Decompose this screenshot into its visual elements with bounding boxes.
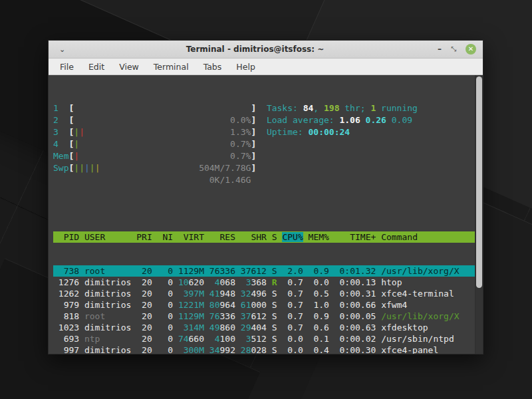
gap bbox=[204, 311, 209, 321]
meter-close-bracket: ] bbox=[251, 115, 256, 125]
process-row-1276[interactable]: 1276 dimitrios 20 0 10620 4068 3368 R 0.… bbox=[53, 277, 475, 288]
tasks-count: 84 bbox=[303, 103, 314, 113]
gap bbox=[204, 277, 209, 287]
mem-value-kb: 660 bbox=[189, 334, 204, 344]
process-row-979[interactable]: 979 dimitrios 20 0 1221M 80964 61000 S 0… bbox=[53, 299, 475, 311]
mem-value-kb: 992 bbox=[220, 345, 235, 354]
uptime-label: Uptime: bbox=[267, 127, 309, 137]
gap bbox=[267, 266, 272, 276]
header-cell-cmd[interactable]: Command bbox=[381, 232, 418, 242]
meter-open-bracket: [ bbox=[68, 127, 74, 137]
meter-1: 1 [0.0%] bbox=[53, 102, 261, 114]
cpu-memory-meters: 1 [0.0%]2 [||1.3%]3 [|0.7%]4 [|0.7%]Mem[… bbox=[53, 102, 261, 174]
header-cell-virt[interactable]: VIRT bbox=[178, 232, 204, 242]
gap bbox=[79, 300, 84, 310]
gap bbox=[235, 289, 241, 299]
meter-label: Mem bbox=[53, 151, 68, 161]
cell-command: /usr/sbin/ntpd bbox=[381, 334, 454, 344]
meter-close-bracket: ] bbox=[251, 151, 256, 161]
cell-stats: 0.7 0.6 0:00.63 bbox=[277, 323, 382, 332]
process-row-1023[interactable]: 1023 dimitrios 20 0 314M 49860 29404 S 0… bbox=[53, 322, 475, 333]
cell-stats: 0.0 0.1 0:00.02 bbox=[277, 334, 382, 344]
meter-bar-green: | bbox=[79, 163, 84, 173]
meter-close-bracket: ] bbox=[251, 103, 256, 113]
scrollbar-thumb[interactable] bbox=[476, 76, 482, 288]
cell-pid: 738 bbox=[53, 266, 79, 276]
header-cell-s[interactable]: S bbox=[272, 232, 277, 242]
pad bbox=[209, 334, 215, 344]
menu-item-file[interactable]: File bbox=[54, 60, 80, 74]
meter-bar-blue: | bbox=[84, 163, 90, 173]
uptime-line: Uptime: 00:00:24 bbox=[267, 126, 418, 138]
process-row-1262[interactable]: 1262 dimitrios 20 0 397M 41948 32496 S 0… bbox=[53, 288, 475, 299]
meter-value: 504M/7.78G bbox=[199, 162, 251, 174]
meter-value: 0.7% bbox=[230, 138, 251, 150]
cell-state: R bbox=[272, 277, 277, 287]
gap bbox=[204, 300, 209, 310]
process-row-818[interactable]: 818 root 20 0 1129M 76336 37612 S 0.7 0.… bbox=[53, 311, 475, 322]
window-title: Terminal - dimitrios@itsfoss: ~ bbox=[72, 45, 438, 54]
process-table-header[interactable]: PID USER PRI NI VIRT RES SHR S CPU% MEM%… bbox=[53, 231, 475, 243]
gap bbox=[267, 323, 272, 332]
meter-bar-red: | bbox=[74, 151, 79, 161]
maximize-button[interactable]: ⤡ bbox=[451, 45, 456, 53]
load-15min: 0.09 bbox=[392, 115, 412, 125]
mem-value-kb: 964 bbox=[220, 300, 235, 310]
mem-value-kb: 496 bbox=[251, 289, 266, 299]
menu-item-tabs[interactable]: Tabs bbox=[198, 60, 228, 74]
mem-value-mb: 49 bbox=[209, 323, 220, 332]
window-menu-icon[interactable]: ⌄ bbox=[59, 45, 72, 54]
process-row-738[interactable]: 738 root 20 0 1129M 76336 37612 S 2.0 0.… bbox=[53, 265, 475, 277]
menu-item-terminal[interactable]: Terminal bbox=[148, 60, 195, 74]
load-label: Load average: bbox=[267, 115, 340, 125]
mem-value-kb: 612 bbox=[251, 311, 266, 321]
close-button[interactable]: ✕ bbox=[466, 44, 476, 55]
meter-open-bracket: [ bbox=[68, 103, 74, 113]
gap bbox=[267, 345, 272, 354]
cell-command: xfwm4 bbox=[381, 300, 407, 310]
header-gap bbox=[303, 232, 309, 242]
mem-value-mb: 37 bbox=[241, 311, 251, 321]
header-cell-mem[interactable]: MEM% bbox=[309, 232, 329, 242]
header-cell-shr[interactable]: SHR bbox=[241, 232, 267, 242]
terminal-content[interactable]: 1 [0.0%]2 [||1.3%]3 [|0.7%]4 [|0.7%]Mem[… bbox=[49, 75, 475, 354]
scrollbar[interactable] bbox=[475, 75, 483, 354]
cell-stats: 2.0 0.9 0:01.32 bbox=[277, 266, 382, 276]
cell-pid: 693 bbox=[53, 334, 79, 344]
gap bbox=[267, 300, 272, 310]
header-cell-res[interactable]: RES bbox=[209, 232, 235, 242]
tasks-sep: , bbox=[313, 103, 324, 113]
meter-bars: ||||| bbox=[74, 162, 100, 174]
cell-command: xfce4-terminal bbox=[381, 289, 454, 299]
cell-pid: 1276 bbox=[53, 277, 79, 287]
meter-open-bracket: [ bbox=[68, 139, 74, 149]
mem-value-kb: 860 bbox=[220, 323, 235, 332]
menu-item-edit[interactable]: Edit bbox=[82, 60, 110, 74]
mem-value-mb: 10 bbox=[178, 277, 189, 287]
header-cell-time[interactable]: TIME+ bbox=[334, 232, 376, 242]
cell-user: dimitrios bbox=[84, 323, 131, 332]
meter-label: 2 bbox=[53, 115, 68, 125]
mem-value-kb: 068 bbox=[220, 277, 235, 287]
mem-value-kb: 368 bbox=[251, 277, 266, 287]
gap bbox=[235, 323, 241, 332]
menu-item-view[interactable]: View bbox=[113, 60, 145, 74]
menu-item-help[interactable]: Help bbox=[230, 60, 261, 74]
process-row-693[interactable]: 693 ntp 20 0 74660 4100 3512 S 0.0 0.1 0… bbox=[53, 333, 475, 344]
meter-label: 1 bbox=[53, 103, 68, 113]
mem-value-kb: 948 bbox=[220, 289, 235, 299]
mem-value-kb: 100 bbox=[220, 334, 235, 344]
titlebar[interactable]: ⌄ Terminal - dimitrios@itsfoss: ~ – ⤡ ✕ bbox=[49, 41, 483, 59]
minimize-button[interactable]: – bbox=[438, 46, 442, 53]
cell-state: S bbox=[272, 323, 277, 332]
header-cell-pid[interactable]: PID bbox=[53, 232, 79, 242]
header-cell-pri[interactable]: PRI bbox=[136, 232, 152, 242]
meter-close-bracket: ] bbox=[251, 127, 256, 137]
process-row-997[interactable]: 997 dimitrios 20 0 300M 34992 28028 S 0.… bbox=[53, 344, 475, 354]
meter-open-bracket: [ bbox=[68, 151, 74, 161]
meter-label: Swp bbox=[53, 163, 68, 173]
header-cell-ni[interactable]: NI bbox=[158, 232, 173, 242]
gap bbox=[235, 277, 241, 287]
header-cell-user[interactable]: USER bbox=[84, 232, 131, 242]
header-cell-cpu[interactable]: CPU% bbox=[282, 232, 303, 242]
